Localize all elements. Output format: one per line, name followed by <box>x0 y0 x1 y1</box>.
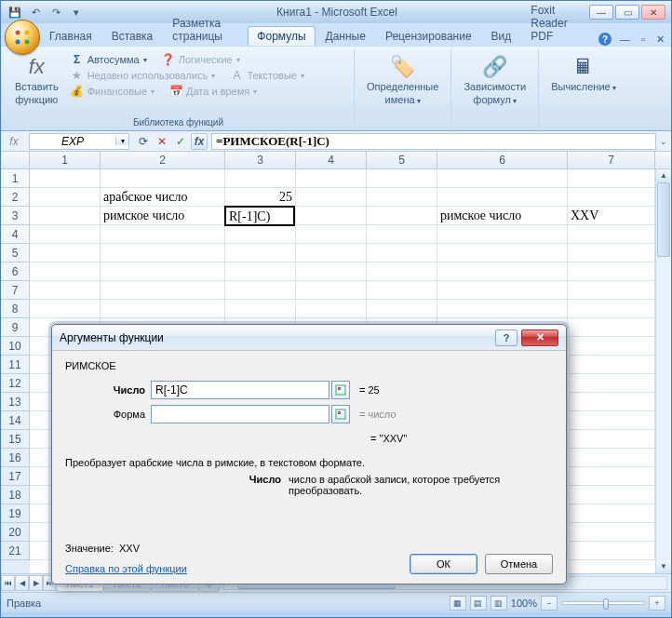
recent-button[interactable]: ★Недавно использовались <box>69 68 218 83</box>
maximize-button[interactable]: ▭ <box>615 5 639 20</box>
cell[interactable]: 25 <box>225 188 296 207</box>
row-header[interactable]: 21 <box>1 542 30 560</box>
refresh-icon[interactable]: ⟳ <box>135 133 152 150</box>
row-header[interactable]: 4 <box>1 225 30 244</box>
view-break-button[interactable]: ▥ <box>491 596 507 611</box>
trace-icon: 🔗 <box>482 55 507 79</box>
formula-input[interactable]: =РИМСКОЕ(R[-1]C) <box>211 133 656 150</box>
col-header[interactable]: 1 <box>30 152 101 168</box>
fx-label-icon: fx <box>1 135 27 148</box>
tab-view[interactable]: Вид <box>482 26 521 46</box>
name-box-dropdown-icon[interactable]: ▾ <box>115 137 128 145</box>
row-header[interactable]: 17 <box>1 467 30 486</box>
autosum-button[interactable]: ΣАвтосумма <box>69 52 149 67</box>
row-header[interactable]: 5 <box>1 244 30 262</box>
qat-dropdown-icon[interactable]: ▾ <box>68 4 85 20</box>
expand-formula-bar-icon[interactable]: ⌄ <box>656 137 671 146</box>
office-button[interactable] <box>5 20 40 55</box>
first-sheet-button[interactable]: ⏮ <box>1 575 15 591</box>
zoom-handle[interactable] <box>603 598 609 610</box>
save-icon[interactable]: 💾 <box>7 4 23 20</box>
row-header[interactable]: 12 <box>1 374 30 393</box>
row-header[interactable]: 1 <box>1 169 30 188</box>
tab-review[interactable]: Рецензирование <box>376 26 481 46</box>
dialog-help-button[interactable]: ? <box>495 329 517 346</box>
row-header[interactable]: 7 <box>1 281 30 300</box>
undo-icon[interactable]: ↶ <box>27 4 44 20</box>
row-header[interactable]: 6 <box>1 262 30 281</box>
ok-button[interactable]: ОК <box>410 554 477 574</box>
cell[interactable]: R[-1]C) <box>224 206 295 226</box>
dialog-titlebar[interactable]: Аргументы функции ? ✕ <box>52 325 566 351</box>
row-header[interactable]: 2 <box>1 188 30 207</box>
row-header[interactable]: 11 <box>1 356 30 374</box>
row-header[interactable]: 3 <box>1 207 30 225</box>
financial-button[interactable]: 💰Финансовые <box>69 84 156 99</box>
row-header[interactable]: 19 <box>1 504 30 523</box>
tab-formulas[interactable]: Формулы <box>248 26 315 46</box>
row-header[interactable]: 13 <box>1 393 30 411</box>
function-help-link[interactable]: Справка по этой функции <box>65 563 187 574</box>
zoom-slider[interactable] <box>561 601 645 605</box>
col-header[interactable]: 2 <box>101 152 225 168</box>
zoom-out-button[interactable]: − <box>541 596 558 611</box>
help-icon[interactable]: ? <box>598 33 612 46</box>
name-box[interactable]: EXP ▾ <box>29 133 129 150</box>
arg1-input[interactable] <box>151 381 329 399</box>
arg-desc-label: Число <box>65 474 289 496</box>
row-header[interactable]: 16 <box>1 449 30 467</box>
enter-formula-button[interactable]: ✓ <box>172 133 189 150</box>
text-button[interactable]: AТекстовые <box>228 68 306 83</box>
insert-function-button[interactable]: fx Вставить функцию <box>8 50 65 111</box>
view-layout-button[interactable]: ▤ <box>470 596 487 611</box>
cell[interactable]: арабское число <box>101 188 225 207</box>
tab-home[interactable]: Главная <box>40 26 101 46</box>
datetime-button[interactable]: 📅Дата и время <box>168 84 259 99</box>
restore-workbook-button[interactable]: ▫ <box>638 34 648 45</box>
tab-page-layout[interactable]: Разметка страницы <box>163 13 247 46</box>
next-sheet-button[interactable]: ▶ <box>29 575 43 591</box>
vertical-scrollbar[interactable]: ▲ ▼ <box>655 169 671 573</box>
defined-names-button[interactable]: 🏷️ Определенные имена <box>360 50 445 111</box>
dialog-close-button[interactable]: ✕ <box>521 329 558 346</box>
cancel-button[interactable]: Отмена <box>485 554 553 574</box>
scroll-thumb[interactable] <box>657 182 670 257</box>
minimize-ribbon-button[interactable]: — <box>617 34 633 45</box>
view-normal-button[interactable]: ▦ <box>450 596 466 611</box>
row-header[interactable]: 20 <box>1 523 30 542</box>
cell[interactable]: XXV <box>568 207 655 225</box>
fx-button[interactable]: fx <box>191 133 208 150</box>
cell[interactable]: римское число <box>437 207 568 225</box>
arg2-input[interactable] <box>151 405 329 423</box>
row-header[interactable]: 10 <box>1 337 30 356</box>
select-all-corner[interactable] <box>1 152 30 168</box>
redo-icon[interactable]: ↷ <box>47 4 64 20</box>
calculation-button[interactable]: 🖩 Вычисление <box>544 50 623 99</box>
col-header[interactable]: 7 <box>568 152 655 168</box>
cell[interactable]: римское число <box>101 207 225 225</box>
row-header[interactable]: 14 <box>1 411 30 430</box>
arg1-collapse-button[interactable] <box>331 381 350 399</box>
col-header[interactable]: 6 <box>437 152 568 168</box>
logical-button[interactable]: ❓Логические <box>160 52 242 67</box>
close-button[interactable]: ✕ <box>641 5 665 20</box>
quick-access-toolbar: 💾 ↶ ↷ ▾ <box>7 4 85 20</box>
arg2-collapse-button[interactable] <box>331 405 350 423</box>
prev-sheet-button[interactable]: ◀ <box>15 575 29 591</box>
cancel-formula-button[interactable]: ✕ <box>154 133 170 150</box>
row-header[interactable]: 9 <box>1 318 30 337</box>
row-header[interactable]: 15 <box>1 430 30 449</box>
tab-data[interactable]: Данные <box>316 26 375 46</box>
col-header[interactable]: 3 <box>225 152 296 168</box>
scroll-up-icon[interactable]: ▲ <box>656 169 671 182</box>
col-header[interactable]: 5 <box>367 152 437 168</box>
zoom-in-button[interactable]: + <box>649 596 665 611</box>
close-workbook-button[interactable]: ✕ <box>653 34 667 46</box>
row-header[interactable]: 18 <box>1 486 30 504</box>
tab-foxit[interactable]: Foxit Reader PDF <box>521 0 598 46</box>
scroll-down-icon[interactable]: ▼ <box>656 560 671 573</box>
row-header[interactable]: 8 <box>1 300 30 318</box>
tab-insert[interactable]: Вставка <box>102 26 163 46</box>
formula-auditing-button[interactable]: 🔗 Зависимости формул <box>457 50 532 111</box>
col-header[interactable]: 4 <box>296 152 367 168</box>
